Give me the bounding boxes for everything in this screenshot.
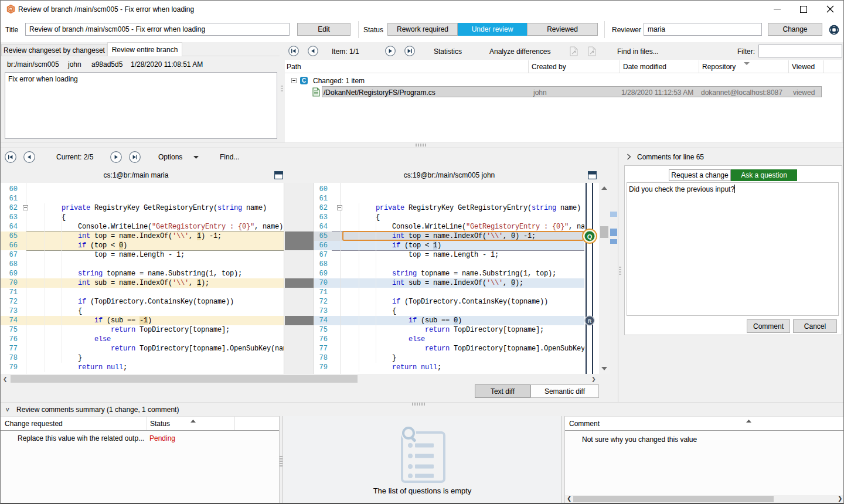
svg-text:R: R [588,318,592,324]
svg-text:Q: Q [587,233,593,240]
